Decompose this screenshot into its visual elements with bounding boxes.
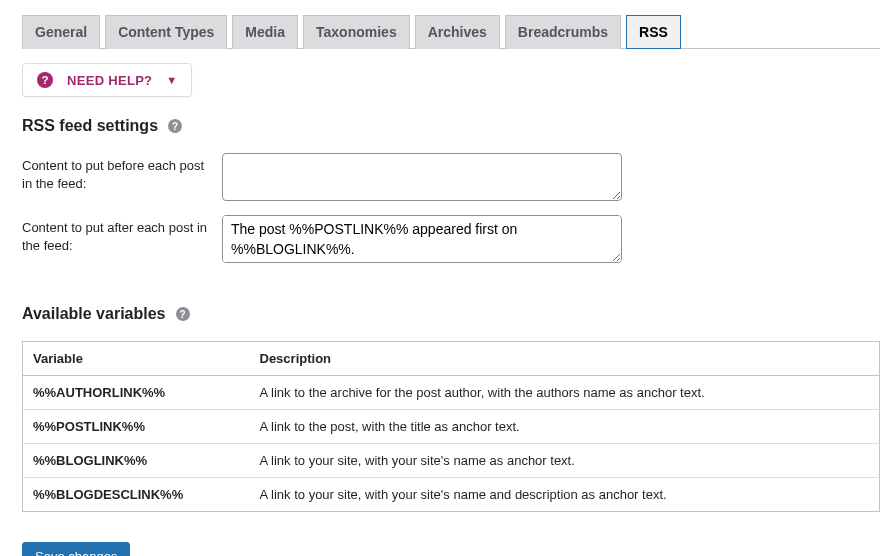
tab-breadcrumbs[interactable]: Breadcrumbs bbox=[505, 15, 621, 49]
table-header-description: Description bbox=[250, 342, 880, 376]
after-label: Content to put after each post in the fe… bbox=[22, 215, 222, 263]
tab-taxonomies[interactable]: Taxonomies bbox=[303, 15, 410, 49]
tab-content-types[interactable]: Content Types bbox=[105, 15, 227, 49]
variable-description: A link to the post, with the title as an… bbox=[250, 410, 880, 444]
form-row-before: Content to put before each post in the f… bbox=[22, 153, 880, 201]
table-header-variable: Variable bbox=[23, 342, 250, 376]
variables-table: Variable Description %%AUTHORLINK%% A li… bbox=[22, 341, 880, 512]
table-row: %%AUTHORLINK%% A link to the archive for… bbox=[23, 376, 880, 410]
variable-description: A link to your site, with your site's na… bbox=[250, 444, 880, 478]
variable-name: %%BLOGLINK%% bbox=[23, 444, 250, 478]
variable-name: %%BLOGDESCLINK%% bbox=[23, 478, 250, 512]
content-after-input[interactable] bbox=[222, 215, 622, 263]
tab-rss[interactable]: RSS bbox=[626, 15, 681, 49]
variable-description: A link to the archive for the post autho… bbox=[250, 376, 880, 410]
question-icon: ? bbox=[37, 72, 53, 88]
need-help-button[interactable]: ? NEED HELP? ▼ bbox=[22, 63, 192, 97]
rss-settings-heading-text: RSS feed settings bbox=[22, 117, 158, 135]
variable-description: A link to your site, with your site's na… bbox=[250, 478, 880, 512]
info-icon[interactable]: ? bbox=[168, 119, 182, 133]
before-label: Content to put before each post in the f… bbox=[22, 153, 222, 201]
table-row: %%BLOGLINK%% A link to your site, with y… bbox=[23, 444, 880, 478]
available-variables-heading: Available variables ? bbox=[22, 305, 880, 323]
form-row-after: Content to put after each post in the fe… bbox=[22, 215, 880, 263]
save-changes-button[interactable]: Save changes bbox=[22, 542, 130, 556]
info-icon[interactable]: ? bbox=[176, 307, 190, 321]
tab-archives[interactable]: Archives bbox=[415, 15, 500, 49]
tab-general[interactable]: General bbox=[22, 15, 100, 49]
need-help-label: NEED HELP? bbox=[67, 73, 152, 88]
table-row: %%BLOGDESCLINK%% A link to your site, wi… bbox=[23, 478, 880, 512]
available-variables-heading-text: Available variables bbox=[22, 305, 166, 323]
variable-name: %%AUTHORLINK%% bbox=[23, 376, 250, 410]
tab-media[interactable]: Media bbox=[232, 15, 298, 49]
variable-name: %%POSTLINK%% bbox=[23, 410, 250, 444]
rss-settings-heading: RSS feed settings ? bbox=[22, 117, 880, 135]
content-before-input[interactable] bbox=[222, 153, 622, 201]
chevron-down-icon: ▼ bbox=[166, 74, 177, 86]
settings-tabs: General Content Types Media Taxonomies A… bbox=[22, 15, 880, 49]
table-row: %%POSTLINK%% A link to the post, with th… bbox=[23, 410, 880, 444]
